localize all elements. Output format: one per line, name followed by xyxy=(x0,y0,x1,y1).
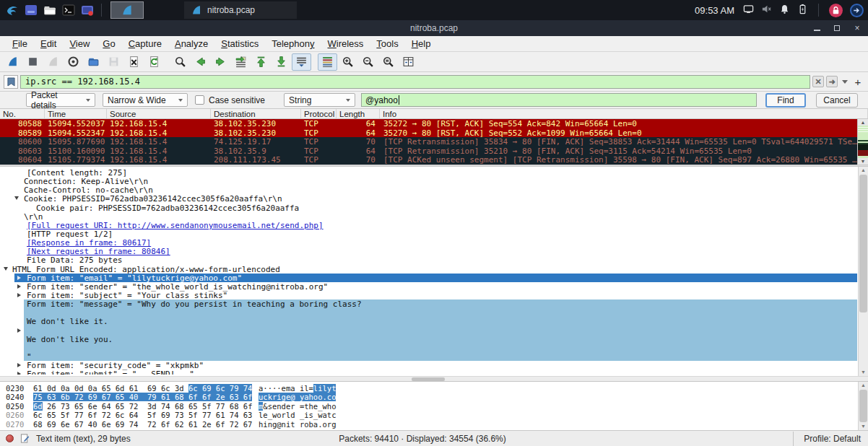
expander-closed-icon[interactable] xyxy=(17,372,21,375)
menu-capture[interactable]: Capture xyxy=(122,37,168,51)
detail-line[interactable]: File Data: 275 bytes xyxy=(0,255,868,264)
expander-closed-icon[interactable] xyxy=(17,284,21,289)
search-scope-combo[interactable]: Packet details xyxy=(26,93,95,107)
detail-line[interactable] xyxy=(0,326,868,335)
maximize-button[interactable] xyxy=(832,23,842,33)
packet-row[interactable]: 8060415105.779374192.168.15.4208.111.173… xyxy=(0,155,868,165)
scroll-down-arrow[interactable]: ▼ xyxy=(859,423,868,430)
menu-telephony[interactable]: Telephony xyxy=(265,37,321,51)
zoom-normal-button[interactable] xyxy=(378,53,398,71)
go-back-button[interactable] xyxy=(191,53,210,71)
packet-list-scrollbar[interactable]: ▲ ▼ xyxy=(857,119,868,165)
details-vertical-scrollbar[interactable]: ▲ ▼ xyxy=(858,167,868,376)
menu-help[interactable]: Help xyxy=(405,37,438,51)
packet-row[interactable]: 8058915094.552347192.168.15.438.102.35.2… xyxy=(0,128,868,138)
expander-open-icon[interactable] xyxy=(4,267,8,271)
expander-open-icon[interactable] xyxy=(14,196,19,200)
detail-line[interactable]: Connection: Keep-Alive\r\n xyxy=(0,177,868,185)
column-header-source[interactable]: Source xyxy=(107,109,211,118)
file-manager-icon[interactable] xyxy=(42,2,58,18)
go-last-packet-button[interactable] xyxy=(272,53,291,71)
menu-wireless[interactable]: Wireless xyxy=(321,37,370,51)
scroll-down-arrow[interactable]: ▼ xyxy=(858,158,868,165)
hex-row[interactable]: 02506d 26 73 65 6e 64 65 72 3d 74 68 65 … xyxy=(0,402,868,411)
detail-line[interactable]: Form item: "security_code" = "xkpmkb" xyxy=(0,361,868,370)
menu-file[interactable]: File xyxy=(6,37,34,51)
notifications-icon[interactable] xyxy=(779,4,790,17)
menu-tools[interactable]: Tools xyxy=(370,37,404,51)
column-header-destination[interactable]: Destination xyxy=(211,109,301,118)
column-header-info[interactable]: Info xyxy=(380,109,868,118)
display-filter-input[interactable]: ip.src == 192.168.15.4 xyxy=(20,75,810,89)
save-file-button[interactable] xyxy=(104,53,123,71)
column-header-time[interactable]: Time xyxy=(45,109,107,118)
detail-line[interactable]: Cache-Control: no-cache\r\n xyxy=(0,185,868,194)
capture-options-button[interactable] xyxy=(64,53,83,71)
scroll-up-arrow[interactable]: ▲ xyxy=(859,167,868,174)
open-file-button[interactable] xyxy=(84,53,103,71)
detail-line[interactable]: [Content length: 275] xyxy=(0,168,868,177)
clock[interactable]: 09:53 AM xyxy=(695,5,734,16)
minimize-button[interactable] xyxy=(812,23,822,33)
column-header-protocol[interactable]: Protocol xyxy=(301,109,337,118)
zoom-out-button[interactable] xyxy=(358,53,378,71)
scrollbar-thumb[interactable] xyxy=(859,390,867,422)
detail-line[interactable]: We don't like it. xyxy=(0,317,868,325)
taskbar-window-button[interactable]: nitroba.pcap xyxy=(184,1,297,19)
menu-view[interactable]: View xyxy=(63,37,96,51)
expert-info-icon[interactable] xyxy=(6,434,14,442)
detail-line[interactable]: Cookie pair: PHPSESSID=762adba03236142cc… xyxy=(0,204,868,212)
case-sensitive-checkbox[interactable] xyxy=(195,95,204,105)
packet-row[interactable]: 8060015095.877690192.168.15.474.125.19.1… xyxy=(0,137,868,147)
restart-capture-button[interactable] xyxy=(43,53,63,71)
detail-line[interactable]: HTML Form URL Encoded: application/x-www… xyxy=(0,265,868,274)
detail-line[interactable] xyxy=(0,344,868,352)
find-button[interactable]: Find xyxy=(765,93,806,108)
column-header-no[interactable]: No. xyxy=(0,109,45,118)
status-profile[interactable]: Profile: Default xyxy=(793,432,868,446)
find-packet-button[interactable] xyxy=(170,53,190,71)
expander-closed-icon[interactable] xyxy=(17,293,21,297)
detail-line[interactable]: We don't like you. xyxy=(0,335,868,344)
detail-line[interactable]: [Response in frame: 80617] xyxy=(0,238,868,247)
detail-line[interactable]: Form item: "sender" = "the_whole_world_i… xyxy=(0,282,868,291)
scrollbar-thumb[interactable] xyxy=(859,175,867,312)
active-app-indicator[interactable] xyxy=(110,1,144,19)
detail-line[interactable]: Form item: "subject" = "Your class stink… xyxy=(0,291,868,299)
terminal-icon[interactable] xyxy=(61,2,77,18)
go-forward-button[interactable] xyxy=(211,53,230,71)
filter-dropdown-button[interactable] xyxy=(840,76,849,87)
detail-line[interactable]: [HTTP request 1/2] xyxy=(0,229,868,238)
stop-capture-button[interactable] xyxy=(23,53,43,71)
expander-closed-icon[interactable] xyxy=(17,276,21,280)
display-icon[interactable] xyxy=(743,4,754,17)
menu-statistics[interactable]: Statistics xyxy=(214,37,265,51)
hex-row[interactable]: 023061 0d 0a 0d 0a 65 6d 61 69 6c 3d 6c … xyxy=(0,384,868,393)
detail-line[interactable] xyxy=(0,308,868,317)
detail-line[interactable]: Form item: "message" = "Why do you persi… xyxy=(0,299,868,308)
auto-scroll-button[interactable] xyxy=(292,53,311,71)
bytes-vertical-scrollbar[interactable]: ▲ ▼ xyxy=(858,382,868,430)
detail-line[interactable]: Cookie: PHPSESSID=762adba03236142ccec305… xyxy=(0,194,868,203)
menu-analyze[interactable]: Analyze xyxy=(168,37,214,51)
resize-columns-button[interactable] xyxy=(399,53,418,71)
go-first-packet-button[interactable] xyxy=(251,53,271,71)
kali-menu-icon[interactable] xyxy=(4,2,20,18)
zoom-in-button[interactable] xyxy=(338,53,357,71)
hex-row[interactable]: 024075 63 6b 72 69 67 65 40 79 61 68 6f … xyxy=(0,393,868,401)
start-capture-button[interactable] xyxy=(3,53,22,71)
search-charset-combo[interactable]: Narrow & Wide xyxy=(103,93,188,107)
detail-line[interactable]: [Full request URI: http://www.sendanonym… xyxy=(0,221,868,229)
filter-bookmark-button[interactable] xyxy=(4,75,18,89)
detail-line[interactable]: [Next request in frame: 80846] xyxy=(0,247,868,255)
go-to-packet-button[interactable] xyxy=(231,53,251,71)
detail-line[interactable]: \r\n xyxy=(0,212,868,221)
hex-row[interactable]: 027068 69 6e 67 40 6e 69 74 72 6f 62 61 … xyxy=(0,420,868,429)
screenshot-tool-icon[interactable] xyxy=(79,2,95,18)
detail-line[interactable]: " xyxy=(0,352,868,361)
menu-go[interactable]: Go xyxy=(96,37,121,51)
filter-add-button[interactable]: + xyxy=(851,75,864,88)
app-grid-icon[interactable] xyxy=(23,2,39,18)
detail-line[interactable]: Form item: "submit" = " SEND! " xyxy=(0,370,868,375)
column-header-length[interactable]: Length xyxy=(337,109,380,118)
